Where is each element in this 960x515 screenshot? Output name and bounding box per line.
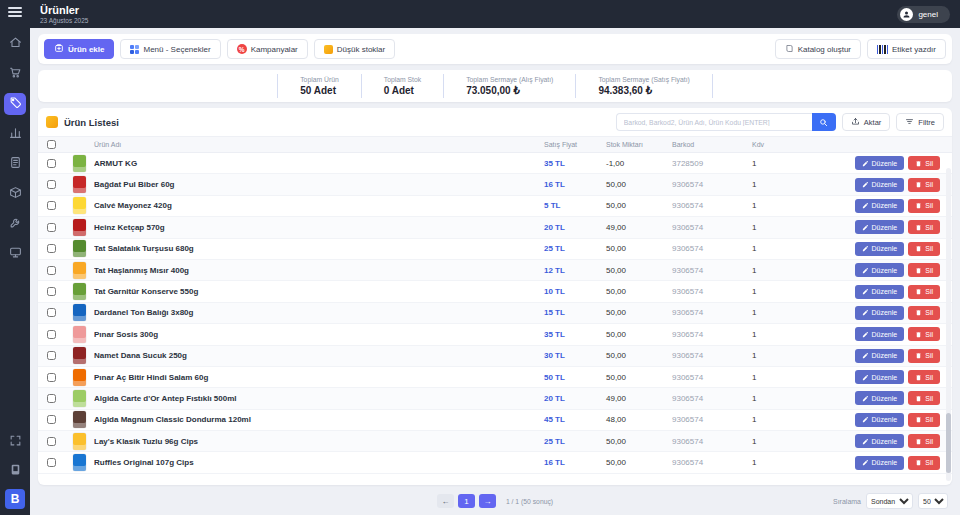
delete-button[interactable]: Sil (908, 156, 940, 170)
edit-button[interactable]: Düzenle (855, 306, 905, 320)
campaigns-button[interactable]: % Kampanyalar (227, 39, 308, 59)
delete-button[interactable]: Sil (908, 391, 940, 405)
row-checkbox[interactable] (47, 373, 56, 382)
edit-button[interactable]: Düzenle (855, 349, 905, 363)
user-menu[interactable]: genel (897, 6, 950, 23)
low-stocks-button[interactable]: Düşük stoklar (314, 39, 395, 59)
app-root: B Ürünler 23 Ağustos 2025 genel Ürün ekl… (0, 0, 960, 515)
product-kdv: 1 (752, 394, 802, 403)
product-kdv: 1 (752, 437, 802, 446)
row-checkbox[interactable] (47, 244, 56, 253)
edit-button[interactable]: Düzenle (855, 370, 905, 384)
filter-button[interactable]: Filtre (896, 113, 944, 131)
row-checkbox[interactable] (47, 394, 56, 403)
delete-button[interactable]: Sil (908, 456, 940, 470)
edit-button[interactable]: Düzenle (855, 327, 905, 341)
scrollbar-track[interactable] (946, 168, 951, 481)
row-checkbox[interactable] (47, 159, 56, 168)
product-image (73, 304, 86, 321)
row-checkbox[interactable] (47, 437, 56, 446)
sidebar-item-receipts[interactable] (4, 153, 26, 175)
delete-button[interactable]: Sil (908, 434, 940, 448)
export-button[interactable]: Aktar (842, 113, 891, 131)
edit-button[interactable]: Düzenle (855, 242, 905, 256)
edit-button[interactable]: Düzenle (855, 434, 905, 448)
next-page-button[interactable]: → (479, 494, 496, 508)
row-checkbox[interactable] (47, 458, 56, 467)
product-name: Namet Dana Sucuk 250g (94, 351, 544, 360)
delete-button[interactable]: Sil (908, 242, 940, 256)
edit-button[interactable]: Düzenle (855, 456, 905, 470)
delete-button[interactable]: Sil (908, 327, 940, 341)
sidebar-item-home[interactable] (4, 33, 26, 55)
row-checkbox[interactable] (47, 266, 56, 275)
sidebar-item-products[interactable] (4, 93, 26, 115)
customer-display-button[interactable] (4, 460, 26, 482)
delete-button[interactable]: Sil (908, 349, 940, 363)
main-area: Ürünler 23 Ağustos 2025 genel Ürün ekle … (30, 0, 960, 515)
sidebar-item-devices[interactable] (4, 243, 26, 265)
brand-logo[interactable]: B (5, 489, 25, 509)
row-checkbox[interactable] (47, 415, 56, 424)
delete-button[interactable]: Sil (908, 370, 940, 384)
delete-button[interactable]: Sil (908, 413, 940, 427)
table-row: Algida Magnum Classic Dondurma 120ml45 T… (38, 410, 952, 431)
delete-button[interactable]: Sil (908, 263, 940, 277)
row-checkbox[interactable] (47, 330, 56, 339)
pagination-bar: ← 1 → 1 / 1 (50 sonuç) Sıralama Sondan 5… (38, 491, 952, 511)
product-image (73, 283, 86, 300)
sidebar-item-inventory[interactable] (4, 183, 26, 205)
search-input[interactable] (616, 113, 812, 131)
select-all-checkbox[interactable] (47, 140, 56, 149)
edit-button[interactable]: Düzenle (855, 220, 905, 234)
edit-button[interactable]: Düzenle (855, 156, 905, 170)
product-stock: 50,00 (606, 244, 672, 253)
product-barcode: 9306574 (672, 201, 752, 210)
product-barcode: 3728509 (672, 159, 752, 168)
search-button[interactable] (812, 113, 836, 131)
sort-select[interactable]: Sondan (866, 493, 913, 509)
product-image (73, 454, 86, 471)
sidebar-item-tools[interactable] (4, 213, 26, 235)
sidebar-bottom: B (4, 431, 26, 509)
barcode-icon (877, 45, 888, 54)
edit-button[interactable]: Düzenle (855, 413, 905, 427)
row-checkbox[interactable] (47, 201, 56, 210)
row-checkbox[interactable] (47, 308, 56, 317)
product-name: Lay's Klasik Tuzlu 96g Cips (94, 437, 544, 446)
edit-button[interactable]: Düzenle (855, 285, 905, 299)
scrollbar-thumb[interactable] (946, 413, 951, 473)
sidebar-item-analytics[interactable] (4, 123, 26, 145)
product-kdv: 1 (752, 415, 802, 424)
table-row: Lay's Klasik Tuzlu 96g Cips25 TL50,00930… (38, 431, 952, 452)
product-stock: 50,00 (606, 201, 672, 210)
row-checkbox[interactable] (47, 287, 56, 296)
menu-options-button[interactable]: Menü - Seçenekler (120, 39, 220, 59)
grid-icon (130, 45, 139, 54)
delete-button[interactable]: Sil (908, 199, 940, 213)
row-checkbox[interactable] (47, 223, 56, 232)
current-page[interactable]: 1 (458, 494, 475, 508)
add-product-button[interactable]: Ürün ekle (44, 39, 114, 59)
menu-icon[interactable] (8, 7, 22, 17)
edit-button[interactable]: Düzenle (855, 391, 905, 405)
delete-button[interactable]: Sil (908, 285, 940, 299)
product-price: 35 TL (544, 159, 606, 168)
row-checkbox[interactable] (47, 351, 56, 360)
delete-button[interactable]: Sil (908, 178, 940, 192)
delete-button[interactable]: Sil (908, 220, 940, 234)
create-catalog-button[interactable]: Katalog oluştur (775, 39, 861, 59)
page-size-select[interactable]: 50 (918, 493, 948, 509)
search-icon (819, 115, 828, 130)
prev-page-button[interactable]: ← (437, 494, 454, 508)
delete-button[interactable]: Sil (908, 306, 940, 320)
print-label-button[interactable]: Etiket yazdır (867, 39, 946, 59)
edit-button[interactable]: Düzenle (855, 263, 905, 277)
fullscreen-button[interactable] (4, 431, 26, 453)
edit-button[interactable]: Düzenle (855, 178, 905, 192)
row-checkbox[interactable] (47, 180, 56, 189)
product-barcode: 9306574 (672, 308, 752, 317)
table-row: Namet Dana Sucuk 250g30 TL50,0093065741D… (38, 346, 952, 367)
edit-button[interactable]: Düzenle (855, 199, 905, 213)
sidebar-item-cart[interactable] (4, 63, 26, 85)
